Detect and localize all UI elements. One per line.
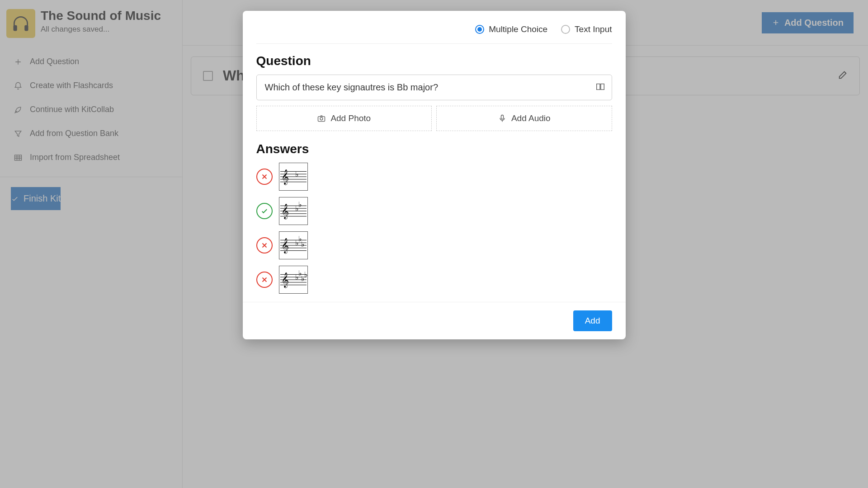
answer-row: 𝄞 ♭♭♭ (256, 231, 612, 259)
svg-text:𝄞: 𝄞 (281, 203, 288, 220)
answer-mark-wrong[interactable] (256, 237, 273, 253)
svg-text:𝄞: 𝄞 (281, 238, 288, 254)
type-multiple-choice[interactable]: Multiple Choice (475, 24, 547, 34)
answers-heading: Answers (256, 142, 612, 156)
add-audio-button[interactable]: Add Audio (436, 106, 612, 131)
equation-button[interactable] (595, 82, 605, 94)
question-input[interactable] (263, 75, 595, 100)
answers-list: 𝄞 ♭ 𝄞 ♭♭ 𝄞 ♭♭♭ (256, 163, 612, 294)
question-input-wrap (256, 75, 612, 100)
answer-row: 𝄞 ♭ (256, 163, 612, 191)
answer-image[interactable]: 𝄞 ♭♭♭ (279, 231, 308, 259)
radio-icon (475, 25, 484, 34)
answer-row: 𝄞 ♭♭♭♭ (256, 266, 612, 294)
add-photo-button[interactable]: Add Photo (256, 106, 432, 131)
book-icon (595, 82, 605, 92)
svg-text:𝄞: 𝄞 (281, 272, 288, 288)
answer-mark-correct[interactable] (256, 203, 273, 219)
add-photo-label: Add Photo (330, 113, 371, 123)
add-question-modal: Multiple Choice Text Input Question Add … (243, 11, 626, 339)
answer-mark-wrong[interactable] (256, 272, 273, 288)
radio-icon (561, 25, 570, 34)
modal-footer: Add (243, 302, 626, 339)
answer-image[interactable]: 𝄞 ♭♭♭♭ (279, 266, 308, 294)
svg-text:𝄞: 𝄞 (281, 169, 288, 185)
question-type-row: Multiple Choice Text Input (256, 24, 612, 44)
svg-text:♭: ♭ (298, 201, 302, 208)
svg-text:♭: ♭ (304, 271, 307, 278)
type-text-input[interactable]: Text Input (561, 24, 612, 34)
modal-add-button[interactable]: Add (573, 310, 612, 331)
svg-text:♭: ♭ (301, 240, 305, 248)
add-audio-label: Add Audio (511, 113, 551, 123)
answer-row: 𝄞 ♭♭ (256, 197, 612, 225)
mic-icon (498, 114, 507, 123)
type-label: Multiple Choice (489, 24, 547, 34)
svg-point-4 (320, 117, 323, 120)
answer-image[interactable]: 𝄞 ♭♭ (279, 197, 308, 225)
answer-image[interactable]: 𝄞 ♭ (279, 163, 308, 191)
answer-mark-wrong[interactable] (256, 169, 273, 185)
modal-overlay[interactable]: Multiple Choice Text Input Question Add … (0, 0, 868, 488)
question-heading: Question (256, 54, 612, 68)
camera-icon (317, 114, 326, 123)
svg-text:♭: ♭ (295, 170, 298, 178)
svg-rect-5 (501, 115, 503, 119)
type-label: Text Input (575, 24, 612, 34)
